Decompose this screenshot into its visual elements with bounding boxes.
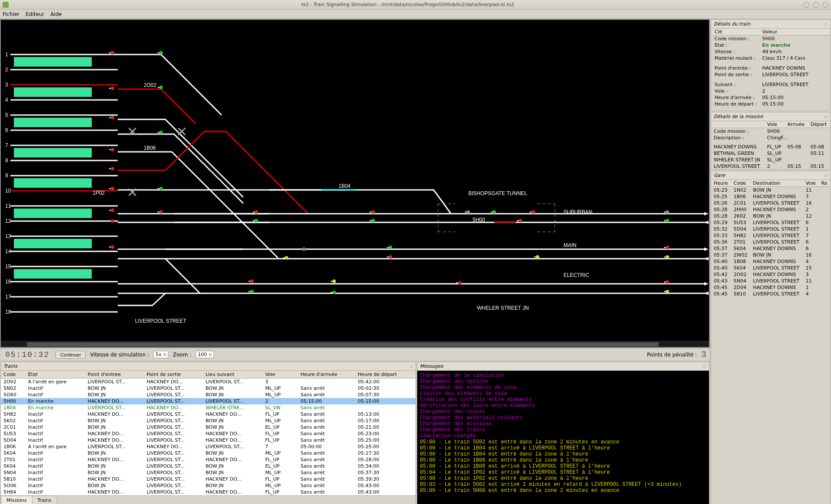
train-row[interactable]: 5H82InactifHACKNEY DO...LIVERPOOL ST...H… [1, 411, 416, 417]
detail-row: Heure d'arrivée :05:15:00 [711, 94, 830, 101]
svg-rect-12 [14, 118, 92, 127]
train-row[interactable]: 5U53InactifHACKNEY DO...LIVERPOOL ST...H… [1, 430, 416, 437]
train-row[interactable]: 5B10InactifHACKNEY DO...LIVERPOOL ST...H… [1, 476, 416, 482]
station-panel: Gare ◇ HeureCodeDestinationVoieRe 05:231… [711, 171, 831, 504]
svg-text:11: 11 [5, 203, 11, 209]
mission-row[interactable]: WHELER STREET JNSL_UP [711, 157, 830, 163]
titlebar: ts2 - Train Signalling Simulation - /mnt… [0, 0, 831, 10]
messages-panel: Messages ◇ Chargement de la simulation C… [417, 362, 709, 504]
maximize-icon[interactable] [813, 2, 819, 8]
svg-point-119 [250, 290, 254, 293]
svg-point-93 [371, 210, 375, 214]
track-scrollbar[interactable] [1, 341, 709, 347]
panel-menu-icon[interactable]: ◇ [824, 114, 828, 119]
detail-row: Matériel roulant :Class 317 / 4 Cars [711, 55, 830, 61]
svg-point-85 [254, 210, 258, 214]
station-row[interactable]: 05:262C01LIVERPOOL STREET16 [711, 200, 830, 206]
svg-point-81 [111, 219, 114, 223]
tab-trains[interactable]: Trains [32, 496, 57, 504]
station-row[interactable]: 05:282K02BOW JN12 [711, 213, 830, 219]
svg-text:2O02: 2O02 [144, 82, 157, 88]
station-row[interactable]: 05:452D04HACKNEY DOWNS1 [711, 284, 830, 291]
station-row[interactable]: 05:422O02HACKNEY DOWNS3 [711, 271, 830, 278]
svg-point-63 [111, 87, 114, 90]
panel-menu-icon[interactable]: ◇ [703, 363, 706, 369]
detail-row: Code mission :5H00 [711, 35, 830, 42]
svg-point-101 [467, 210, 470, 214]
train-row[interactable]: 5H00En marcheHACKNEY DO...LIVERPOOL ST..… [1, 398, 416, 404]
svg-rect-27 [14, 209, 92, 218]
detail-row: Voie :2 [711, 88, 830, 94]
svg-point-115 [332, 291, 336, 294]
minimize-icon[interactable] [803, 2, 809, 8]
svg-text:14: 14 [5, 248, 11, 254]
svg-text:18: 18 [5, 309, 11, 315]
svg-point-131 [666, 290, 669, 293]
svg-text:17: 17 [5, 294, 11, 300]
svg-point-73 [111, 187, 114, 190]
train-row[interactable]: 2O02A l'arrêt en gareLIVERPOOL ST...HACK… [1, 379, 416, 385]
train-row[interactable]: 5N02InactifBOW JNLIVERPOOL ST...BOW JNML… [1, 385, 416, 392]
station-row[interactable]: 05:375K04HACKNEY DOWNS6 [711, 245, 830, 252]
station-row[interactable]: 05:335H82LIVERPOOL STREET7 [711, 232, 830, 239]
station-row[interactable]: 05:401B08HACKNEY DOWNS4 [711, 258, 830, 265]
track-diagram[interactable]: .tk{stroke:#fff;stroke-width:3;fill:none… [0, 19, 710, 348]
svg-marker-147 [704, 257, 709, 260]
train-row[interactable]: 1B04En marcheLIVERPOOL ST...HACKNEY DO..… [1, 404, 416, 411]
station-row[interactable]: 05:325D04LIVERPOOL STREET1 [711, 226, 830, 232]
train-row[interactable]: 5O60InactifBOW JNLIVERPOOL ST...BOW JNML… [1, 392, 416, 398]
app-icon [3, 2, 9, 8]
station-row[interactable]: 05:282H00HACKNEY DOWNS2 [711, 206, 830, 213]
svg-point-123 [666, 219, 669, 222]
svg-point-127 [666, 255, 669, 259]
continue-button[interactable]: Continuer [55, 351, 86, 359]
control-bar: 05:10:32 Continuer Vitesse de simulation… [0, 348, 710, 361]
svg-marker-148 [704, 282, 709, 286]
train-row[interactable]: 5H84InactifHACKNEY DO...LIVERPOOL ST...H… [1, 489, 416, 495]
messages-log[interactable]: Chargement de la simulation Chargement d… [417, 371, 709, 504]
svg-point-75 [159, 187, 163, 190]
svg-point-59 [159, 51, 163, 55]
svg-point-83 [111, 245, 114, 249]
train-row[interactable]: 5D04InactifHACKNEY DO...LIVERPOOL ST...H… [1, 437, 416, 443]
sim-speed-select[interactable]: 5x [153, 351, 168, 358]
train-row[interactable]: 2C01InactifBOW JNLIVERPOOL ST...BOW JNEL… [1, 424, 416, 430]
station-row[interactable]: 05:251B06HACKNEY DOWNS7 [711, 193, 830, 200]
train-row[interactable]: 5K02InactifBOW JNLIVERPOOL ST...BOW JNML… [1, 417, 416, 424]
detail-row: Vitesse :49 km/h [711, 48, 830, 55]
train-row[interactable]: 5K04InactifBOW JNLIVERPOOL ST...BOW JNEL… [1, 463, 416, 469]
menu-edit[interactable]: Editeur [26, 11, 44, 17]
mission-row[interactable]: HACKNEY DOWNSFL_UP05:0805:08 [711, 144, 830, 150]
station-row[interactable]: 05:295U53LIVERPOOL STREET6 [711, 219, 830, 226]
train-row[interactable]: 5K04InactifBOW JNLIVERPOOL ST...BOW JNML… [1, 450, 416, 456]
station-row[interactable]: 05:455B10LIVERPOOL STREET4 [711, 291, 830, 297]
station-title: Gare [714, 173, 725, 178]
zoom-select[interactable]: 100 [196, 351, 214, 358]
train-details-title: Détails du train [714, 21, 750, 27]
svg-text:16: 16 [5, 279, 11, 285]
station-row[interactable]: 05:435N04LIVERPOOL STREET11 [711, 278, 830, 284]
menu-file[interactable]: Fichier [3, 11, 19, 17]
station-row[interactable]: 05:231N02BOW JN11 [711, 187, 830, 194]
station-row[interactable]: 05:405K04LIVERPOOL STREET15 [711, 265, 830, 271]
tab-missions[interactable]: Missions [1, 496, 32, 504]
train-row[interactable]: 5O06InactifBOW JNLIVERPOOL ST...BOW JNML… [1, 482, 416, 489]
train-row[interactable]: 1B06A l'arrêt en gareLIVERPOOL ST...HACK… [1, 443, 416, 450]
penalty-label: Points de pénalité : [647, 352, 697, 358]
mission-row[interactable]: LIVERPOOL STREET205:1505:15 [711, 163, 830, 170]
menu-help[interactable]: Aide [50, 11, 62, 17]
mission-row[interactable]: BETHNAL GREENSL_UP05:11 [711, 150, 830, 157]
station-row[interactable]: 05:372W02BOW JN16 [711, 252, 830, 258]
panel-menu-icon[interactable]: ◇ [824, 173, 828, 178]
svg-text:7: 7 [5, 142, 8, 148]
mission-details-title: Détails de la mission [714, 114, 763, 119]
station-row[interactable]: 05:362T01LIVERPOOL STREET6 [711, 239, 830, 245]
svg-rect-17 [14, 148, 92, 157]
panel-menu-icon[interactable]: ◇ [409, 363, 413, 369]
train-row[interactable]: 2T01InactifHACKNEY DO...LIVERPOOL ST...H… [1, 456, 416, 463]
svg-text:WHELER STREET JN: WHELER STREET JN [477, 305, 529, 311]
train-row[interactable]: 5N04InactifBOW JNLIVERPOOL ST...BOW JNML… [1, 469, 416, 476]
detail-row: Suivant :LIVERPOOL STREET [711, 81, 830, 88]
close-icon[interactable] [822, 2, 828, 8]
panel-menu-icon[interactable]: ◇ [824, 21, 828, 27]
